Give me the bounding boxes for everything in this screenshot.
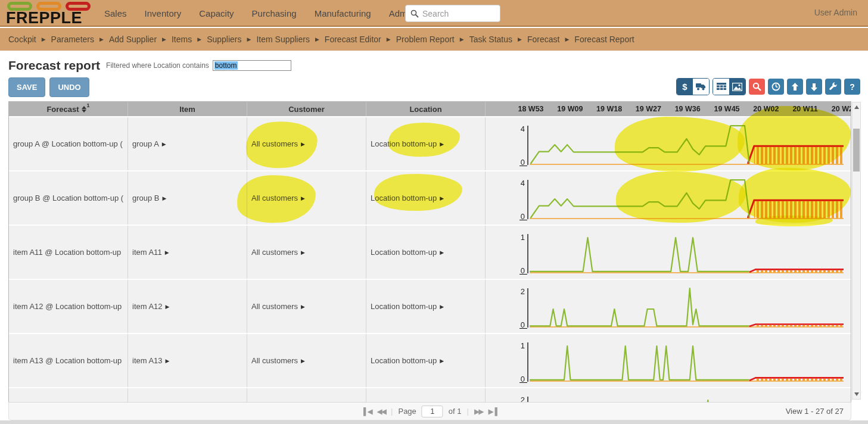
breadcrumb-item[interactable]: Forecast Editor <box>325 35 381 44</box>
wrench-button[interactable] <box>825 79 841 95</box>
breadcrumb-item[interactable]: Forecast Report <box>574 35 634 44</box>
breadcrumb-item[interactable]: Suppliers <box>207 35 241 44</box>
location-filter-input[interactable]: bottom <box>213 60 291 71</box>
breadcrumb-item[interactable]: Cockpit <box>8 35 36 44</box>
last-page-icon[interactable]: ▶▐ <box>488 407 496 416</box>
forecast-sparkline-chart[interactable]: 40 <box>486 117 851 170</box>
table-row: item A12 @ Location bottom-upitem A12▶Al… <box>9 280 851 334</box>
customer-cell: All customers▶ <box>247 280 366 333</box>
menu-item-manufacturing[interactable]: Manufacturing <box>306 8 380 18</box>
drilldown-caret-icon[interactable]: ▶ <box>166 304 170 310</box>
menu-item-sales[interactable]: Sales <box>95 8 136 18</box>
breadcrumb: Cockpit▶Parameters▶Add Supplier▶Items▶Su… <box>0 28 868 51</box>
item-cell-label: item A13 <box>132 356 163 365</box>
breadcrumb-separator-icon: ▶ <box>518 36 522 42</box>
drilldown-caret-icon[interactable]: ▶ <box>301 358 305 364</box>
forecast-name: group A @ Location bottom-up ( <box>13 139 123 148</box>
image-icon <box>732 83 742 91</box>
drilldown-caret-icon[interactable]: ▶ <box>301 141 305 147</box>
user-menu[interactable]: User Admin <box>814 8 857 17</box>
drilldown-caret-icon[interactable]: ▶ <box>301 250 305 255</box>
drilldown-caret-icon[interactable]: ▶ <box>440 358 444 364</box>
drilldown-caret-icon[interactable]: ▶ <box>166 358 170 364</box>
breadcrumb-item[interactable]: Parameters <box>51 35 94 44</box>
breadcrumb-item[interactable]: Forecast <box>527 35 559 44</box>
wrench-icon <box>829 82 838 91</box>
grid-button[interactable] <box>713 79 729 95</box>
menu-item-inventory[interactable]: Inventory <box>136 8 191 18</box>
svg-text:4: 4 <box>521 124 525 133</box>
next-page-icon[interactable]: ▶▶ <box>474 407 483 416</box>
drilldown-caret-icon[interactable]: ▶ <box>301 195 305 201</box>
forecast-sparkline-chart[interactable]: 40 <box>486 172 851 225</box>
page-number-input[interactable] <box>422 406 443 417</box>
customer-cell-label: All customers <box>251 139 298 148</box>
drilldown-caret-icon[interactable]: ▶ <box>165 250 169 255</box>
svg-text:2: 2 <box>521 287 525 296</box>
drilldown-caret-icon[interactable]: ▶ <box>440 141 444 147</box>
column-header-label: Forecast <box>46 105 79 114</box>
column-header-forecast[interactable]: Forecast1 <box>9 102 128 116</box>
forecast-sparkline-chart[interactable]: 20 <box>486 388 851 403</box>
drilldown-caret-icon[interactable]: ▶ <box>301 304 305 310</box>
search-placeholder: Search <box>422 9 449 18</box>
table-row: 20 <box>9 388 851 403</box>
previous-page-icon[interactable]: ◀◀ <box>377 407 385 416</box>
frepple-logo[interactable]: FREPPLE <box>6 2 95 26</box>
global-search-input[interactable]: Search <box>405 5 500 22</box>
menu-item-purchasing[interactable]: Purchasing <box>243 8 306 18</box>
svg-text:4: 4 <box>521 179 525 188</box>
customer-cell: All customers▶ <box>247 226 366 279</box>
customer-cell: All customers▶ <box>247 172 366 225</box>
week-bucket-label: 18 W53 <box>511 105 550 113</box>
clock-button[interactable] <box>768 79 784 95</box>
pager-divider: | <box>391 407 393 416</box>
menu-item-capacity[interactable]: Capacity <box>190 8 242 18</box>
forecast-cell: item A12 @ Location bottom-up <box>9 280 128 333</box>
forecast-sparkline-chart[interactable]: 10 <box>486 334 851 387</box>
item-cell: item A12▶ <box>128 280 247 333</box>
save-button[interactable]: SAVE <box>8 77 45 97</box>
column-header-item[interactable]: Item <box>128 102 247 116</box>
location-cell-label: Location bottom-up <box>371 302 437 311</box>
forecast-sparkline-chart[interactable]: 10 <box>486 226 851 279</box>
question-icon: ? <box>850 82 855 92</box>
image-button[interactable] <box>729 79 745 95</box>
vertical-scrollbar[interactable] <box>852 102 861 400</box>
scroll-down-button[interactable] <box>853 389 860 399</box>
drilldown-caret-icon[interactable]: ▶ <box>440 195 444 201</box>
first-page-icon[interactable]: ▌◀ <box>363 407 372 416</box>
magnifier-button[interactable] <box>749 79 765 95</box>
week-bucket-label: 20 W02 <box>746 105 786 113</box>
drilldown-caret-icon[interactable]: ▶ <box>440 304 444 310</box>
scrollbar-thumb[interactable] <box>853 129 860 172</box>
breadcrumb-item[interactable]: Item Suppliers <box>256 35 309 44</box>
week-bucket-label: 19 W27 <box>629 105 668 113</box>
question-button[interactable]: ? <box>844 79 860 95</box>
drilldown-caret-icon[interactable]: ▶ <box>163 195 167 201</box>
report-toolbar: $? <box>676 78 860 95</box>
breadcrumb-item[interactable]: Problem Report <box>396 35 455 44</box>
forecast-name: group B @ Location bottom-up ( <box>13 194 123 202</box>
drilldown-caret-icon[interactable]: ▶ <box>162 141 166 147</box>
customer-cell <box>247 388 366 403</box>
drilldown-caret-icon[interactable]: ▶ <box>440 250 444 255</box>
forecast-name: item A13 @ Location bottom-up <box>13 356 122 365</box>
filter-label: Filtered where Location contains <box>106 61 209 70</box>
dollar-button[interactable]: $ <box>677 79 693 95</box>
logo-text: FREPPLE <box>6 11 95 26</box>
truck-button[interactable] <box>693 79 709 95</box>
scroll-up-button[interactable] <box>853 102 860 112</box>
filter-selected-text: bottom <box>214 61 238 70</box>
column-header-customer[interactable]: Customer <box>247 102 366 116</box>
breadcrumb-item[interactable]: Items <box>172 35 192 44</box>
up-arrow-button[interactable] <box>787 79 803 95</box>
undo-button[interactable]: UNDO <box>49 77 89 97</box>
item-cell: group A▶ <box>128 117 247 170</box>
breadcrumb-item[interactable]: Add Supplier <box>109 35 157 44</box>
down-arrow-button[interactable] <box>806 79 822 95</box>
column-header-location[interactable]: Location <box>366 102 486 116</box>
svg-text:0: 0 <box>521 266 525 275</box>
forecast-sparkline-chart[interactable]: 20 <box>486 280 851 333</box>
breadcrumb-item[interactable]: Task Status <box>469 35 512 44</box>
